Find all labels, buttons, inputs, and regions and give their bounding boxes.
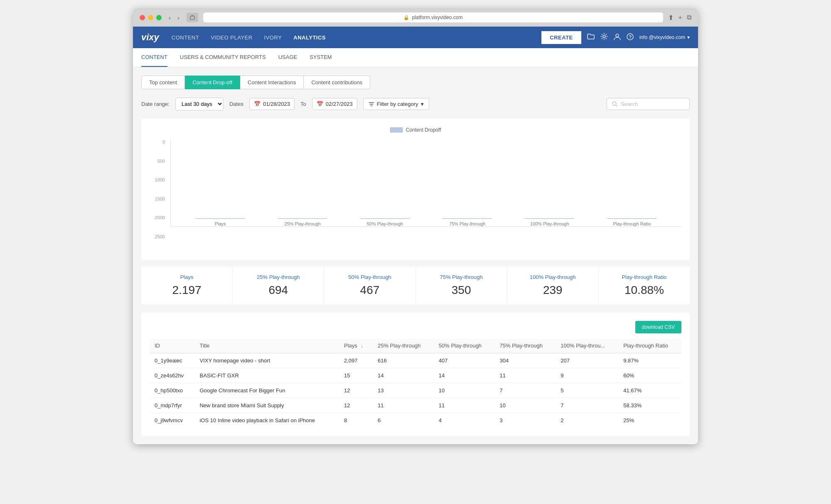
browser-window: ‹ › 🔒 platform.vixyvideo.com ⬆ ＋ ⧉ vixy … [133,8,698,444]
filter-category-chevron: ▾ [421,101,424,107]
cell-75pt: 11 [495,368,556,383]
stats-row: Plays 2.197 25% Play-through 694 50% Pla… [141,267,690,304]
sub-nav-usage[interactable]: USAGE [278,48,297,67]
cell-plays: 2,097 [339,353,373,368]
folder-icon-button[interactable] [587,33,595,42]
tab-bar: Top content Content Drop-off Content Int… [141,76,690,89]
bar-plays-rect [196,218,245,219]
help-icon-button[interactable]: ? [627,33,634,42]
filters-row: Date range: Last 30 days Dates 📅 01/28/2… [141,98,690,110]
bar-50pt-rect [360,218,410,219]
calendar-icon-2: 📅 [317,101,323,107]
th-plays[interactable]: Plays ↓ [339,338,373,353]
y-label-2500: 2500 [150,234,165,239]
bar-plays: Plays [179,218,261,226]
user-dropdown-icon[interactable]: ▾ [687,34,690,40]
cell-100pt: 9 [556,368,618,383]
chart-legend: Content Dropoff [150,127,681,133]
y-label-1000: 1000 [150,177,165,182]
bars-wrapper: Plays 25% Play-through 50% Play-through [170,139,681,227]
svg-point-1 [603,35,605,38]
bar-25pt-rect [278,218,327,219]
cell-title: BASIC-FIT GXR [194,368,339,383]
nav-item-analytics[interactable]: ANALYTICS [293,33,326,42]
cell-75pt: 304 [495,353,556,368]
close-dot[interactable] [140,15,145,20]
nav-item-videoplayer[interactable]: VIDEO PLAYER [211,33,252,42]
cell-25pt: 14 [373,368,434,383]
y-axis: 2500 2000 1500 1000 500 0 [150,139,168,239]
user-label: info @vixyvideo.com ▾ [639,34,690,40]
cell-ratio: 9.87% [618,353,681,368]
filter-category-btn[interactable]: Filter by category ▾ [363,98,429,110]
cell-id: 0_ze4s62hv [150,368,194,383]
nav-item-content[interactable]: CONTENT [172,33,199,42]
bar-100pt-rect [525,218,574,219]
cell-100pt: 5 [556,383,618,398]
back-button[interactable]: ‹ [167,13,173,22]
tab-content-dropoff[interactable]: Content Drop-off [185,76,240,89]
to-date-input[interactable]: 📅 02/27/2023 [312,98,357,110]
minimize-dot[interactable] [148,15,153,20]
cell-25pt: 6 [373,413,434,428]
user-icon-button[interactable] [614,33,621,42]
stat-plays-label: Plays [150,274,224,280]
sub-nav-content[interactable]: CONTENT [141,48,167,67]
maximize-dot[interactable] [156,15,162,20]
address-bar[interactable]: 🔒 platform.vixyvideo.com [203,12,663,22]
cell-50pt: 14 [434,368,495,383]
app: vixy CONTENT VIDEO PLAYER IVORY ANALYTIC… [133,27,698,444]
bar-ratio-rect [607,218,657,219]
th-title: Title [194,338,339,353]
share-button[interactable]: ⬆ [668,14,674,22]
sub-nav-users[interactable]: USERS & COMMUNITY REPORTS [180,48,266,67]
calendar-icon: 📅 [254,101,261,107]
browser-actions: ⬆ ＋ ⧉ [668,13,691,22]
bar-ratio: Play-through Ratio [591,218,673,226]
date-range-label: Date range: [141,101,170,107]
download-csv-button[interactable]: download CSV [635,321,681,333]
tab-content-interactions[interactable]: Content Interactions [240,76,304,89]
stat-25pt-label: 25% Play-through [241,274,315,280]
cell-75pt: 7 [495,383,556,398]
cell-50pt: 407 [434,353,495,368]
date-range-select[interactable]: Last 30 days [175,98,224,110]
sidebar-button[interactable]: ⧉ [687,14,691,21]
stat-25pt: 25% Play-through 694 [233,267,324,304]
stat-100pt-value: 239 [516,284,590,297]
table-container: download CSV ID Title Plays ↓ 25% Play-t… [141,313,690,436]
tab-top-content[interactable]: Top content [141,76,185,89]
new-tab-button[interactable]: ＋ [677,13,683,22]
search-box[interactable]: Search [607,98,690,110]
svg-point-2 [616,34,619,37]
tab-content-contributions[interactable]: Content contributions [304,76,370,89]
cell-75pt: 3 [495,413,556,428]
cell-plays: 8 [339,413,373,428]
cell-ratio: 58.33% [618,398,681,413]
logo: vixy [141,32,159,43]
y-label-1500: 1500 [150,196,165,201]
chart-container: Content Dropoff 2500 2000 1500 1000 500 … [141,119,690,260]
forward-button[interactable]: › [175,13,182,22]
table-row: 0_ze4s62hv BASIC-FIT GXR 15 14 14 11 9 6… [150,368,681,383]
from-date-input[interactable]: 📅 01/28/2023 [249,98,295,110]
table-row: 0_hp500txo Google Chromecast For Bigger … [150,383,681,398]
stat-75pt: 75% Play-through 350 [416,267,507,304]
user-email: info @vixyvideo.com [639,34,685,40]
cell-50pt: 11 [434,398,495,413]
window-btn[interactable] [187,13,198,22]
content-area: Top content Content Drop-off Content Int… [133,67,698,444]
to-label: To [300,101,306,107]
cell-50pt: 4 [434,413,495,428]
browser-dots [140,15,162,20]
settings-icon-button[interactable] [600,33,608,42]
sub-nav-system[interactable]: SYSTEM [310,48,332,67]
cell-id: 0_1y9eaiec [150,353,194,368]
create-button[interactable]: CREATE [541,31,581,44]
stat-plays: Plays 2.197 [141,267,233,304]
y-label-0: 0 [150,139,165,144]
nav-item-ivory[interactable]: IVORY [264,33,282,42]
cell-25pt: 13 [373,383,434,398]
nav-right: CREATE ? info @vixyvideo.com ▾ [541,31,690,44]
nav-items: CONTENT VIDEO PLAYER IVORY ANALYTICS [172,33,326,42]
